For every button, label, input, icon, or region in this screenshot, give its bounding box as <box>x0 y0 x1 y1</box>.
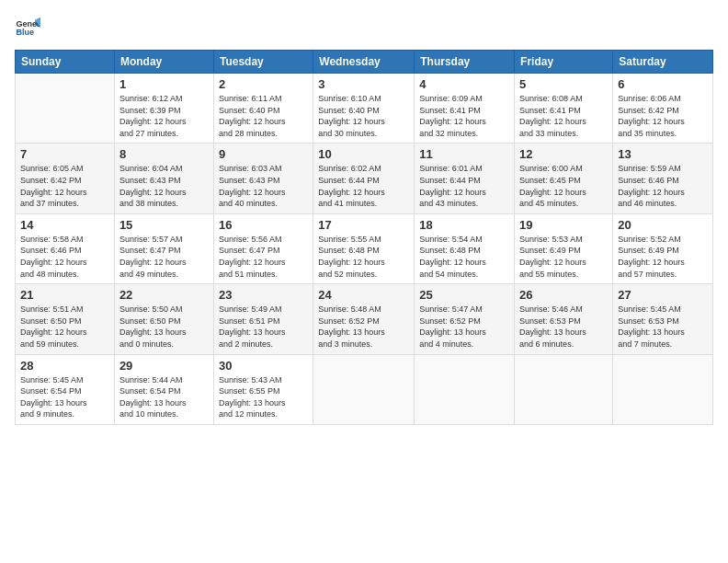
svg-text:Blue: Blue <box>16 28 34 37</box>
calendar-cell: 28Sunrise: 5:45 AM Sunset: 6:54 PM Dayli… <box>16 354 115 424</box>
calendar-week-5: 28Sunrise: 5:45 AM Sunset: 6:54 PM Dayli… <box>16 354 713 424</box>
day-number: 1 <box>119 77 209 91</box>
calendar-cell: 4Sunrise: 6:09 AM Sunset: 6:41 PM Daylig… <box>415 74 515 144</box>
weekday-header-sunday: Sunday <box>16 51 115 74</box>
calendar-week-1: 1Sunrise: 6:12 AM Sunset: 6:39 PM Daylig… <box>16 74 713 144</box>
day-info: Sunrise: 5:58 AM Sunset: 6:46 PM Dayligh… <box>20 234 109 280</box>
day-info: Sunrise: 5:48 AM Sunset: 6:52 PM Dayligh… <box>318 304 409 350</box>
day-info: Sunrise: 6:04 AM Sunset: 6:43 PM Dayligh… <box>119 163 209 209</box>
weekday-header-friday: Friday <box>515 51 613 74</box>
day-info: Sunrise: 6:01 AM Sunset: 6:44 PM Dayligh… <box>419 163 509 209</box>
logo-icon: General Blue <box>15 15 40 40</box>
calendar-cell: 19Sunrise: 5:53 AM Sunset: 6:49 PM Dayli… <box>515 213 613 283</box>
day-number: 3 <box>318 77 409 91</box>
day-info: Sunrise: 5:57 AM Sunset: 6:47 PM Dayligh… <box>119 234 209 280</box>
day-info: Sunrise: 6:09 AM Sunset: 6:41 PM Dayligh… <box>419 93 509 139</box>
day-number: 18 <box>419 218 509 232</box>
day-info: Sunrise: 5:47 AM Sunset: 6:52 PM Dayligh… <box>419 304 509 350</box>
page-header: General Blue <box>15 15 713 40</box>
day-info: Sunrise: 5:46 AM Sunset: 6:53 PM Dayligh… <box>519 304 608 350</box>
day-info: Sunrise: 5:49 AM Sunset: 6:51 PM Dayligh… <box>219 304 308 350</box>
day-number: 10 <box>318 147 409 161</box>
calendar-cell: 5Sunrise: 6:08 AM Sunset: 6:41 PM Daylig… <box>515 74 613 144</box>
day-info: Sunrise: 5:45 AM Sunset: 6:53 PM Dayligh… <box>618 304 708 350</box>
weekday-header-wednesday: Wednesday <box>313 51 415 74</box>
calendar-week-4: 21Sunrise: 5:51 AM Sunset: 6:50 PM Dayli… <box>16 284 713 354</box>
calendar-cell: 29Sunrise: 5:44 AM Sunset: 6:54 PM Dayli… <box>114 354 213 424</box>
calendar-cell: 3Sunrise: 6:10 AM Sunset: 6:40 PM Daylig… <box>313 74 415 144</box>
day-number: 7 <box>20 147 109 161</box>
day-info: Sunrise: 5:59 AM Sunset: 6:46 PM Dayligh… <box>618 163 708 209</box>
calendar-cell: 20Sunrise: 5:52 AM Sunset: 6:49 PM Dayli… <box>613 213 713 283</box>
day-number: 19 <box>519 218 608 232</box>
day-number: 24 <box>318 288 409 302</box>
weekday-header-monday: Monday <box>114 51 213 74</box>
calendar-cell: 16Sunrise: 5:56 AM Sunset: 6:47 PM Dayli… <box>213 213 313 283</box>
calendar-cell: 30Sunrise: 5:43 AM Sunset: 6:55 PM Dayli… <box>213 354 313 424</box>
calendar-cell: 9Sunrise: 6:03 AM Sunset: 6:43 PM Daylig… <box>213 144 313 213</box>
calendar-cell: 1Sunrise: 6:12 AM Sunset: 6:39 PM Daylig… <box>114 74 213 144</box>
calendar-table: SundayMondayTuesdayWednesdayThursdayFrid… <box>15 50 713 425</box>
day-number: 8 <box>119 147 209 161</box>
day-info: Sunrise: 6:11 AM Sunset: 6:40 PM Dayligh… <box>219 93 308 139</box>
calendar-cell <box>515 354 613 424</box>
day-number: 2 <box>219 77 308 91</box>
day-number: 17 <box>318 218 409 232</box>
day-info: Sunrise: 5:55 AM Sunset: 6:48 PM Dayligh… <box>318 234 409 280</box>
day-number: 29 <box>119 359 209 373</box>
day-info: Sunrise: 5:54 AM Sunset: 6:48 PM Dayligh… <box>419 234 509 280</box>
weekday-header-saturday: Saturday <box>613 51 713 74</box>
calendar-cell <box>313 354 415 424</box>
day-number: 20 <box>618 218 708 232</box>
day-number: 27 <box>618 288 708 302</box>
day-info: Sunrise: 5:50 AM Sunset: 6:50 PM Dayligh… <box>119 304 209 350</box>
calendar-cell <box>16 74 115 144</box>
day-number: 12 <box>519 147 608 161</box>
day-info: Sunrise: 6:00 AM Sunset: 6:45 PM Dayligh… <box>519 163 608 209</box>
calendar-cell: 22Sunrise: 5:50 AM Sunset: 6:50 PM Dayli… <box>114 284 213 354</box>
day-number: 13 <box>618 147 708 161</box>
calendar-cell: 24Sunrise: 5:48 AM Sunset: 6:52 PM Dayli… <box>313 284 415 354</box>
day-info: Sunrise: 5:45 AM Sunset: 6:54 PM Dayligh… <box>20 374 109 420</box>
calendar-cell: 11Sunrise: 6:01 AM Sunset: 6:44 PM Dayli… <box>415 144 515 213</box>
day-number: 25 <box>419 288 509 302</box>
calendar-week-3: 14Sunrise: 5:58 AM Sunset: 6:46 PM Dayli… <box>16 213 713 283</box>
calendar-cell: 6Sunrise: 6:06 AM Sunset: 6:42 PM Daylig… <box>613 74 713 144</box>
calendar-cell <box>613 354 713 424</box>
day-number: 26 <box>519 288 608 302</box>
day-number: 23 <box>219 288 308 302</box>
calendar-cell: 8Sunrise: 6:04 AM Sunset: 6:43 PM Daylig… <box>114 144 213 213</box>
day-number: 14 <box>20 218 109 232</box>
calendar-cell: 7Sunrise: 6:05 AM Sunset: 6:42 PM Daylig… <box>16 144 115 213</box>
calendar-cell: 17Sunrise: 5:55 AM Sunset: 6:48 PM Dayli… <box>313 213 415 283</box>
calendar-cell: 14Sunrise: 5:58 AM Sunset: 6:46 PM Dayli… <box>16 213 115 283</box>
calendar-header: SundayMondayTuesdayWednesdayThursdayFrid… <box>16 51 713 74</box>
calendar-cell: 13Sunrise: 5:59 AM Sunset: 6:46 PM Dayli… <box>613 144 713 213</box>
day-number: 15 <box>119 218 209 232</box>
day-number: 21 <box>20 288 109 302</box>
calendar-cell: 21Sunrise: 5:51 AM Sunset: 6:50 PM Dayli… <box>16 284 115 354</box>
day-info: Sunrise: 6:08 AM Sunset: 6:41 PM Dayligh… <box>519 93 608 139</box>
day-number: 30 <box>219 359 308 373</box>
day-info: Sunrise: 5:51 AM Sunset: 6:50 PM Dayligh… <box>20 304 109 350</box>
day-number: 5 <box>519 77 608 91</box>
calendar-cell: 10Sunrise: 6:02 AM Sunset: 6:44 PM Dayli… <box>313 144 415 213</box>
day-info: Sunrise: 6:12 AM Sunset: 6:39 PM Dayligh… <box>119 93 209 139</box>
weekday-header-tuesday: Tuesday <box>213 51 313 74</box>
day-info: Sunrise: 6:10 AM Sunset: 6:40 PM Dayligh… <box>318 93 409 139</box>
day-number: 9 <box>219 147 308 161</box>
calendar-cell: 15Sunrise: 5:57 AM Sunset: 6:47 PM Dayli… <box>114 213 213 283</box>
day-info: Sunrise: 6:02 AM Sunset: 6:44 PM Dayligh… <box>318 163 409 209</box>
calendar-cell: 23Sunrise: 5:49 AM Sunset: 6:51 PM Dayli… <box>213 284 313 354</box>
calendar-week-2: 7Sunrise: 6:05 AM Sunset: 6:42 PM Daylig… <box>16 144 713 213</box>
logo: General Blue <box>15 15 40 40</box>
day-info: Sunrise: 5:56 AM Sunset: 6:47 PM Dayligh… <box>219 234 308 280</box>
day-info: Sunrise: 6:03 AM Sunset: 6:43 PM Dayligh… <box>219 163 308 209</box>
day-info: Sunrise: 6:06 AM Sunset: 6:42 PM Dayligh… <box>618 93 708 139</box>
day-number: 6 <box>618 77 708 91</box>
day-info: Sunrise: 5:53 AM Sunset: 6:49 PM Dayligh… <box>519 234 608 280</box>
calendar-cell: 27Sunrise: 5:45 AM Sunset: 6:53 PM Dayli… <box>613 284 713 354</box>
calendar-cell: 26Sunrise: 5:46 AM Sunset: 6:53 PM Dayli… <box>515 284 613 354</box>
day-number: 28 <box>20 359 109 373</box>
day-number: 16 <box>219 218 308 232</box>
